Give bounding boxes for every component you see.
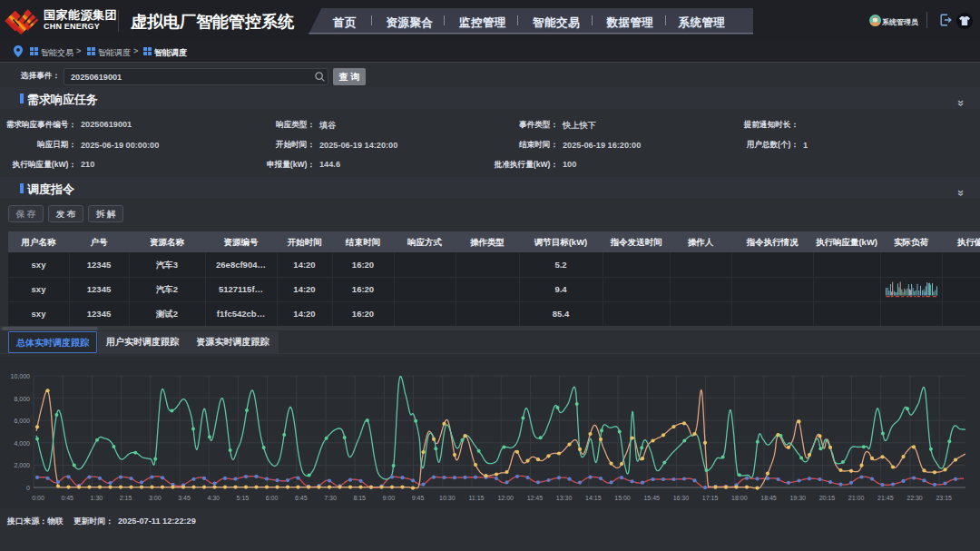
svg-text:15:45: 15:45 <box>643 495 660 501</box>
svg-text:2:15: 2:15 <box>120 495 132 501</box>
svg-text:3:45: 3:45 <box>178 495 191 501</box>
svg-text:9:00: 9:00 <box>383 495 396 501</box>
svg-text:21:00: 21:00 <box>848 495 865 501</box>
svg-text:0:45: 0:45 <box>61 495 74 501</box>
svg-text:12:45: 12:45 <box>527 495 544 501</box>
svg-text:16:30: 16:30 <box>673 495 690 501</box>
svg-text:15:00: 15:00 <box>614 495 631 501</box>
svg-text:6,000: 6,000 <box>14 418 30 424</box>
svg-text:21:45: 21:45 <box>877 495 894 501</box>
svg-text:1:30: 1:30 <box>91 495 103 501</box>
svg-text:10,000: 10,000 <box>11 373 31 379</box>
svg-text:18:00: 18:00 <box>731 495 748 501</box>
svg-text:4,000: 4,000 <box>14 440 30 447</box>
svg-text:8,000: 8,000 <box>14 396 30 402</box>
svg-text:6:00: 6:00 <box>266 495 279 501</box>
svg-text:6:45: 6:45 <box>295 495 308 501</box>
svg-text:2,000: 2,000 <box>14 462 30 468</box>
svg-text:11:15: 11:15 <box>469 495 485 501</box>
svg-text:3:00: 3:00 <box>149 495 162 501</box>
svg-text:17:15: 17:15 <box>702 495 719 501</box>
svg-text:23:15: 23:15 <box>936 495 952 501</box>
svg-text:4:30: 4:30 <box>207 495 220 501</box>
svg-text:0:00: 0:00 <box>32 495 44 501</box>
svg-text:14:15: 14:15 <box>585 495 602 501</box>
svg-text:20:15: 20:15 <box>819 495 836 501</box>
svg-text:10:30: 10:30 <box>439 495 456 501</box>
svg-text:7:30: 7:30 <box>324 495 337 501</box>
svg-text:12:00: 12:00 <box>497 495 514 501</box>
svg-text:19:30: 19:30 <box>789 495 806 501</box>
svg-text:9:45: 9:45 <box>412 495 425 501</box>
svg-text:8:15: 8:15 <box>353 495 366 501</box>
svg-text:13:30: 13:30 <box>556 495 573 501</box>
svg-text:5:15: 5:15 <box>237 495 250 501</box>
svg-text:0: 0 <box>26 485 30 491</box>
svg-text:18:45: 18:45 <box>760 495 777 501</box>
svg-text:22:30: 22:30 <box>906 495 923 501</box>
